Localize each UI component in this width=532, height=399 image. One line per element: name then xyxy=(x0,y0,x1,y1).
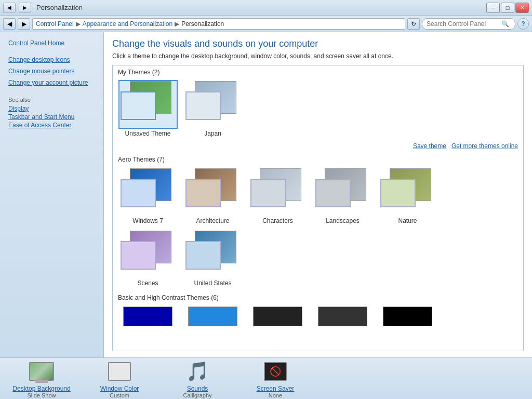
theme-windows7[interactable]: Windows 7 xyxy=(118,168,178,224)
theme-japan[interactable]: Japan xyxy=(183,81,243,137)
page-title: Change the visuals and sounds on your co… xyxy=(112,38,524,49)
theme-architecture[interactable]: Architecture xyxy=(183,168,243,224)
sidebar-item-change-account-picture[interactable]: Change your account picture xyxy=(0,77,103,88)
nav-fwd-btn[interactable]: ▶ xyxy=(18,18,30,30)
save-theme-link[interactable]: Save theme xyxy=(413,142,446,150)
sidebar-see-also: See also Display Taskbar and Start Menu … xyxy=(0,97,103,130)
window-color-label[interactable]: Window Color xyxy=(100,385,139,392)
theme-basic2[interactable] xyxy=(183,307,243,327)
tf-arch xyxy=(185,179,221,207)
page-subtitle: Click a theme to change the desktop back… xyxy=(112,52,524,60)
nav-back-button[interactable]: ◀ xyxy=(3,3,16,13)
aero-themes-header: Aero Themes (7) xyxy=(113,153,523,166)
ts-scenes xyxy=(119,231,177,277)
get-more-link[interactable]: Get more themes online xyxy=(451,142,518,150)
window-color-icon xyxy=(107,359,132,384)
toolbar-screen-saver[interactable]: 🚫 Screen Saver None xyxy=(244,359,307,398)
theme-landscapes[interactable]: Landscapes xyxy=(313,168,373,224)
theme-preview-us xyxy=(184,231,242,277)
ts-nature xyxy=(379,168,436,215)
address-path[interactable]: Control Panel ▶ Appearance and Personali… xyxy=(32,18,405,30)
search-input[interactable] xyxy=(427,20,499,28)
theme-basic4[interactable] xyxy=(313,307,373,327)
path-current[interactable]: Personalization xyxy=(181,20,224,28)
themes-scroll[interactable]: My Themes (2) Unsaved Theme xyxy=(112,65,524,351)
theme-basic1[interactable] xyxy=(118,307,178,327)
sidebar-link-taskbar[interactable]: Taskbar and Start Menu xyxy=(8,113,95,121)
sidebar-item-change-desktop-icons[interactable]: Change desktop icons xyxy=(0,54,103,65)
basic-preview-5 xyxy=(383,307,432,326)
desktop-bg-sublabel: Slide Show xyxy=(27,392,56,398)
window-color-sublabel: Custom xyxy=(110,392,129,398)
screen-saver-label[interactable]: Screen Saver xyxy=(257,385,295,392)
title-bar: ◀ ▶ Personalization ─ □ ✕ xyxy=(0,0,532,16)
nav-back-btn[interactable]: ◀ xyxy=(3,18,16,30)
theme-unitedstates[interactable]: United States xyxy=(183,231,243,287)
tf-nature xyxy=(380,179,416,207)
thumb-front-unsaved xyxy=(121,91,156,120)
sounds-sublabel: Calligraphy xyxy=(183,392,211,398)
basic-preview-3 xyxy=(253,307,302,326)
theme-basic5[interactable] xyxy=(378,307,437,327)
label-land: Landscapes xyxy=(326,217,360,224)
screen-saver-icon: 🚫 xyxy=(263,359,288,384)
label-win7: Windows 7 xyxy=(132,217,163,224)
tf-char xyxy=(250,179,286,207)
theme-basic3[interactable] xyxy=(248,307,308,327)
maximize-button[interactable]: □ xyxy=(501,3,514,13)
path-section[interactable]: Appearance and Personalization xyxy=(83,20,172,28)
aero-themes-row2: Scenes United States xyxy=(113,229,523,291)
my-themes-actions: Save theme Get more themes online xyxy=(113,141,523,153)
sidebar-link-ease-access[interactable]: Ease of Access Center xyxy=(8,122,95,129)
label-nature: Nature xyxy=(398,217,417,224)
bottom-toolbar: Desktop Background Slide Show Window Col… xyxy=(0,357,532,399)
sidebar-link-display[interactable]: Display xyxy=(8,105,95,112)
minimize-button[interactable]: ─ xyxy=(486,3,500,13)
nav-forward-button[interactable]: ▶ xyxy=(19,3,31,13)
desktop-bg-label[interactable]: Desktop Background xyxy=(12,385,70,392)
theme-label-unsaved: Unsaved Theme xyxy=(125,130,171,137)
theme-unsaved[interactable]: Unsaved Theme xyxy=(118,81,178,137)
theme-preview-scenes xyxy=(119,231,177,277)
sidebar-item-control-panel-home[interactable]: Control Panel Home xyxy=(0,37,103,49)
ts-us xyxy=(184,231,242,277)
tf-us xyxy=(185,241,221,270)
toolbar-desktop-bg[interactable]: Desktop Background Slide Show xyxy=(10,359,73,398)
toolbar-window-color[interactable]: Window Color Custom xyxy=(88,359,151,398)
theme-characters[interactable]: Characters xyxy=(248,168,308,224)
sounds-label[interactable]: Sounds xyxy=(187,385,208,392)
search-box[interactable]: 🔍 xyxy=(422,18,515,30)
label-arch: Architecture xyxy=(196,217,229,224)
desktop-bg-icon xyxy=(29,359,54,384)
theme-nature[interactable]: Nature xyxy=(378,168,437,224)
thumb-stack-unsaved xyxy=(119,81,177,128)
ts-char xyxy=(249,168,307,215)
main-container: Control Panel Home Change desktop icons … xyxy=(0,32,532,357)
no-icon: 🚫 xyxy=(270,366,281,377)
sounds-icon: 🎵 xyxy=(185,359,210,384)
label-char: Characters xyxy=(262,217,293,224)
ts-land xyxy=(314,168,371,215)
screen-saver-img: 🚫 xyxy=(264,362,287,381)
theme-preview-nature xyxy=(379,168,436,215)
path-root[interactable]: Control Panel xyxy=(36,20,74,28)
tf-land xyxy=(315,179,351,207)
theme-scenes[interactable]: Scenes xyxy=(118,231,178,287)
screen-saver-sublabel: None xyxy=(269,392,282,398)
tf-win7 xyxy=(121,179,156,207)
help-button[interactable]: ? xyxy=(517,18,529,30)
theme-preview-unsaved xyxy=(119,81,177,128)
my-themes-header: My Themes (2) xyxy=(113,65,523,79)
ts-win7 xyxy=(119,168,177,215)
theme-label-japan: Japan xyxy=(204,130,221,137)
sep1: ▶ xyxy=(76,20,81,28)
label-scenes: Scenes xyxy=(137,280,158,287)
toolbar-sounds[interactable]: 🎵 Sounds Calligraphy xyxy=(166,359,229,398)
basic-preview-1 xyxy=(123,307,172,326)
window-title: Personalization xyxy=(34,4,83,11)
close-button[interactable]: ✕ xyxy=(515,3,529,13)
refresh-button[interactable]: ↻ xyxy=(407,18,420,30)
desktop-bg-img xyxy=(29,362,54,381)
address-bar: ◀ ▶ Control Panel ▶ Appearance and Perso… xyxy=(0,16,532,32)
sidebar-item-change-mouse-pointers[interactable]: Change mouse pointers xyxy=(0,65,103,77)
